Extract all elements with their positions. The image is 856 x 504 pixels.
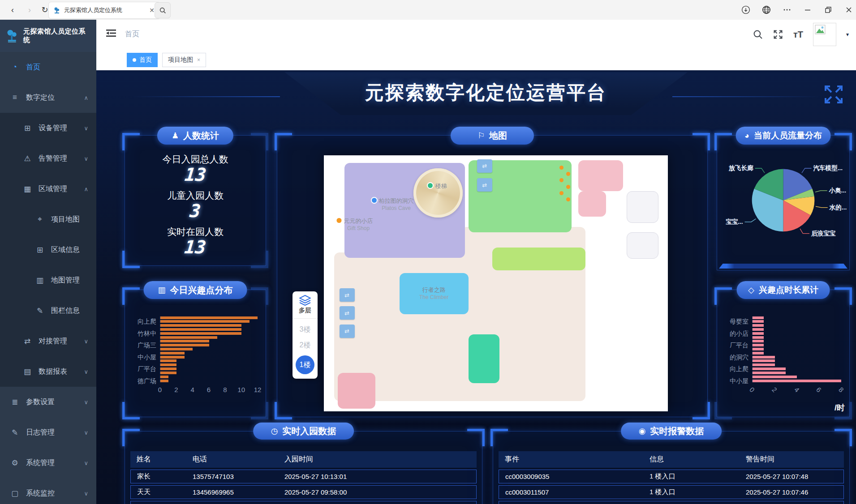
sidebar-brand[interactable]: 元探索馆人员定位系统 [0,20,96,52]
sidebar-item-map-manage[interactable]: ▥地图管理 [0,265,96,295]
region-icon: ▦ [22,184,32,194]
bar-fill [160,356,185,359]
sidebar-item-label: 首页 [26,63,40,72]
close-tag-icon[interactable]: × [197,57,200,63]
sidebar-item-device-manage[interactable]: ⊞设备管理∨ [0,113,96,143]
panel-title: 今日兴趣点分布 [170,284,233,296]
link-icon: ⇄ [22,337,32,346]
bar-label: 的洞穴 [723,355,752,359]
table-row: 天天134569699652025-05-27 09:58:00 [130,485,477,499]
sidebar-item-region-info[interactable]: ⊞区域信息 [0,235,96,265]
sidebar-item-digital-location[interactable]: ≡数字定位∧ [0,82,96,113]
breadcrumb[interactable]: 首页 [125,30,139,39]
stat-value: 3 [166,202,224,220]
data-table: 姓名电话入园时间家长135757471032025-05-27 10:13:01… [130,449,477,504]
browser-toolbar: ‹ › ↻ 元探索馆人员定位系统 ✕ [0,0,856,20]
bug-icon: ⚠ [22,154,32,163]
column-header: 电话 [186,451,278,468]
bar-row: 的洞穴 [723,355,841,359]
person-dot [559,166,563,170]
sidebar-item-region-manage[interactable]: ▦区域管理∧ [0,174,96,204]
bar-fill [160,316,258,319]
back-icon[interactable]: ‹ [6,4,19,16]
bar-fill [753,367,786,370]
map-room-teal-room [469,334,499,383]
forward-icon[interactable]: › [23,4,36,16]
bar-row: 中小屋 [723,379,841,382]
stat-label: 今日入园总人数 [163,153,228,166]
table-row: cc00030120261 楼入口2025-05-27 10:06:32 [499,501,844,504]
sidebar-item-label: 区域信息 [51,245,80,255]
brand-logo-icon [4,28,20,43]
collapse-menu-icon[interactable] [106,29,116,38]
bar-fill [160,348,193,350]
sidebar-item-fence-info[interactable]: ✎围栏信息 [0,295,96,326]
caret-down-icon[interactable]: ▾ [846,31,849,38]
log-icon: ✎ [10,428,20,437]
sidebar-item-system-manage[interactable]: ⚙系统管理∨ [0,448,96,478]
avatar[interactable] [813,23,836,46]
sidebar-item-alarm-manage[interactable]: ⚠告警管理∨ [0,143,96,174]
move-icon: ⌖ [35,215,45,224]
panel-title: 人数统计 [183,130,219,142]
sidebar-item-link-manage[interactable]: ⇄对接管理∨ [0,326,96,356]
bar-fill [160,352,185,355]
panel-title: 当前人员流量分布 [754,130,822,141]
bar-row [723,371,841,374]
chevron-down-icon: ∨ [84,368,88,375]
search-tab-button[interactable] [155,2,171,18]
bar-row: 广场三 [131,344,258,347]
floor-button-f3[interactable]: 3楼 [300,325,311,334]
download-icon[interactable] [741,5,750,14]
fullscreen-icon[interactable] [773,29,783,40]
globe-icon[interactable] [762,5,771,14]
floor-multi-button[interactable]: 多层 [293,295,318,319]
people-icon: ♟ [172,131,179,141]
banner-wing-right [672,96,820,97]
x-axis-ticks: 02468 [752,386,841,397]
sidebar-item-data-report[interactable]: ▤数据报表∨ [0,356,96,387]
svg-text:汽车模型...: 汽车模型... [813,164,843,171]
tag-项目地图[interactable]: 项目地图× [162,53,206,67]
search-icon[interactable] [753,30,763,39]
map-room-climber: 行者之路The Climber [400,273,469,314]
sidebar-item-label: 围栏信息 [51,306,80,316]
floorplan-map[interactable]: 行者之路The Climber柏拉图的洞穴Platos Cave楼梯元元的小店G… [324,155,668,411]
browser-tab[interactable]: 元探索馆人员定位系统 ✕ [48,2,160,19]
sidebar-item-system-monitor[interactable]: ▢系统监控∨ [0,478,96,504]
bar-fill [753,359,775,362]
floor-button-f1[interactable]: 1楼 [296,355,314,374]
minimize-icon[interactable] [803,5,812,14]
gate-icon: ⇄ [340,325,355,338]
sidebar-item-label: 参数设置 [26,397,55,407]
chevron-down-icon: ∨ [84,429,88,436]
tag-首页[interactable]: 首页 [127,53,158,67]
more-icon[interactable] [783,5,791,14]
sidebar-item-param-setting[interactable]: ≣参数设置∨ [0,387,96,417]
bar-row: 厂平台 [131,367,258,371]
close-icon[interactable] [844,5,853,14]
restore-icon[interactable] [824,5,833,14]
submenu-region-manage: ⌖项目地图⊞区域信息▥地图管理✎围栏信息 [0,204,96,326]
sidebar-item-log-manage[interactable]: ✎日志管理∨ [0,417,96,448]
gate-icon: ⇄ [477,178,492,192]
bar-fill [160,363,176,366]
chevron-down-icon: ∨ [84,490,88,497]
bar-fill [160,372,176,374]
data-table: 事件信息警告时间cc00030090351 楼入口2025-05-27 10:0… [499,449,844,504]
font-size-icon[interactable]: тT [793,30,803,40]
bar-fill [160,376,168,378]
bar-fill [160,324,241,327]
submenu-digital-location: ⊞设备管理∨⚠告警管理∨▦区域管理∧⌖项目地图⊞区域信息▥地图管理✎围栏信息⇄对… [0,113,96,387]
table-row: 家长135757471032025-05-27 10:13:01 [130,470,477,483]
expand-dashboard-icon[interactable] [822,83,845,106]
floor-button-f2[interactable]: 2楼 [300,341,311,350]
stat-item: 儿童入园人数3 [167,189,224,220]
stat-value: 13 [166,238,224,256]
bar-fill [753,380,841,382]
bar-fill [753,316,764,319]
tag-label: 首页 [139,56,152,64]
sidebar-item-home[interactable]: ◔首页 [0,52,96,82]
svg-text:后浪宝宝: 后浪宝宝 [811,230,836,237]
sidebar-item-project-map[interactable]: ⌖项目地图 [0,204,96,235]
